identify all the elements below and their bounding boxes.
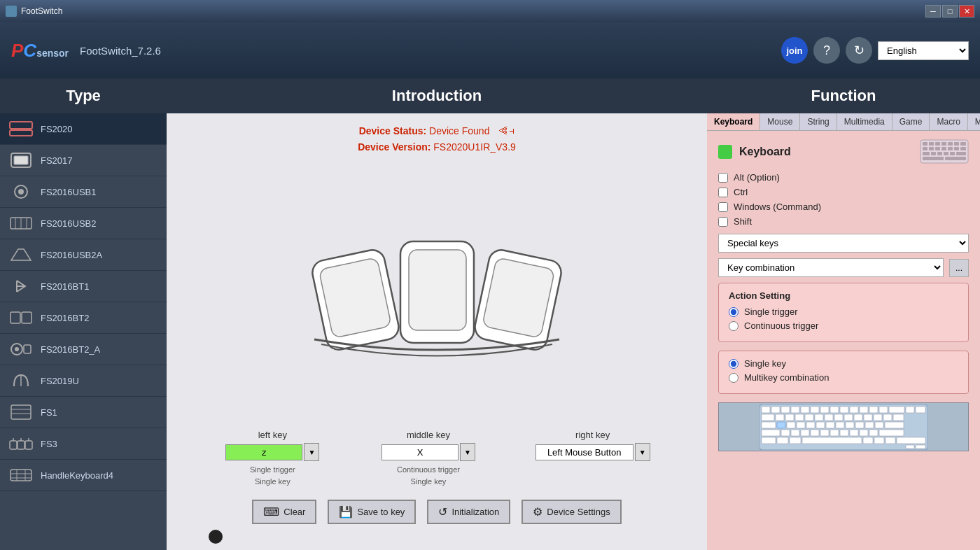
sidebar-label-fs2016usb2a: FS2016USB2A: [41, 250, 102, 260]
sidebar-item-fs2016bt2[interactable]: FS2016BT2: [0, 302, 167, 334]
svg-rect-84: [844, 414, 853, 421]
refresh-button[interactable]: ↻: [846, 37, 872, 64]
left-key-trigger-info: Single triggerSingle key: [250, 464, 295, 487]
init-icon: ↺: [438, 505, 447, 519]
sidebar-label-fs2017: FS2017: [41, 155, 73, 166]
svg-rect-51: [923, 152, 930, 155]
alt-checkbox[interactable]: [718, 173, 728, 183]
svg-rect-97: [836, 422, 844, 428]
svg-rect-50: [960, 147, 966, 150]
tab-mouse[interactable]: Mouse: [760, 113, 800, 130]
keyboard-preview-image: [718, 402, 969, 451]
svg-rect-71: [869, 407, 878, 413]
sidebar-item-fs2016bt2_a[interactable]: FS2016BT2_A: [0, 334, 167, 365]
right-key-label: right key: [575, 430, 610, 440]
middle-key-dropdown[interactable]: ▼: [460, 443, 475, 461]
ctrl-checkbox[interactable]: [718, 188, 728, 197]
tab-game[interactable]: Game: [892, 113, 930, 130]
clear-button[interactable]: ⌨ Clear: [252, 500, 316, 524]
logo-area: PCsensor FootSwitch_7.2.6: [11, 40, 161, 62]
svg-rect-62: [781, 407, 790, 413]
action-bar: ⌨ Clear 💾 Save to key ↺ Initialization ⚙…: [167, 493, 707, 530]
svg-rect-42: [954, 142, 959, 146]
sidebar-item-fs2016usb2a[interactable]: FS2016USB2A: [0, 239, 167, 271]
special-keys-select[interactable]: Special keys F1F2F3F4 F5EscapeEnter TabB…: [718, 234, 969, 253]
svg-rect-45: [929, 147, 934, 150]
language-select[interactable]: English Chinese German French Spanish: [878, 41, 969, 60]
sidebar-label-fs2016bt2: FS2016BT2: [41, 313, 89, 323]
tab-keyboard[interactable]: Keyboard: [707, 113, 760, 130]
sidebar-item-fs2017[interactable]: FS2017: [0, 145, 167, 176]
single-trigger-radio[interactable]: [729, 307, 738, 317]
sidebar-item-handlekeyboard4[interactable]: HandleKeyboard4: [0, 460, 167, 491]
svg-rect-43: [960, 142, 966, 146]
sidebar-item-fs2020[interactable]: FS2020: [0, 113, 167, 145]
right-key-input[interactable]: [536, 444, 634, 460]
clear-icon: ⌨: [263, 505, 279, 519]
svg-rect-20: [18, 441, 24, 449]
device-settings-label: Device Settings: [547, 507, 610, 517]
multikey-radio[interactable]: [729, 373, 738, 383]
tab-midi[interactable]: MIDI: [968, 113, 980, 130]
continuous-trigger-radio[interactable]: [729, 321, 738, 331]
header-icons: join ? ↻ English Chinese German French S…: [781, 37, 969, 64]
save-to-key-button[interactable]: 💾 Save to key: [328, 500, 416, 524]
shift-checkbox[interactable]: [718, 217, 728, 227]
svg-rect-118: [802, 437, 862, 444]
left-key-dropdown[interactable]: ▼: [304, 443, 319, 461]
help-button[interactable]: ?: [813, 37, 840, 64]
key-combination-select[interactable]: Key combination Single key Multikey comb…: [718, 258, 944, 277]
right-key-dropdown[interactable]: ▼: [635, 443, 650, 461]
left-key-input[interactable]: [225, 444, 302, 460]
single-key-radio[interactable]: [729, 359, 738, 369]
sidebar-item-fs2019u[interactable]: FS2019U: [0, 365, 167, 397]
svg-rect-83: [834, 414, 843, 421]
modifier-windows-row: Windows (Command): [718, 202, 969, 212]
svg-rect-114: [879, 430, 904, 436]
sidebar-item-fs1[interactable]: FS1: [0, 397, 167, 428]
svg-rect-21: [25, 441, 32, 449]
tab-multimedia[interactable]: Multimedia: [837, 113, 892, 130]
join-button[interactable]: join: [781, 37, 808, 64]
single-trigger-label: Single trigger: [744, 306, 798, 317]
save-label: Save to key: [357, 507, 405, 517]
svg-rect-76: [762, 414, 774, 421]
windows-checkbox[interactable]: [718, 202, 728, 212]
alt-label: Alt (Option): [734, 172, 780, 183]
svg-rect-40: [941, 142, 946, 146]
close-button[interactable]: ✕: [959, 5, 974, 17]
key-combination-row: Key combination Single key Multikey comb…: [718, 258, 969, 277]
save-icon: 💾: [339, 505, 353, 519]
tab-macro[interactable]: Macro: [930, 113, 967, 130]
svg-rect-121: [886, 437, 895, 444]
svg-rect-93: [797, 422, 805, 428]
device-version-label: Device Version:: [358, 141, 433, 153]
middle-key-input[interactable]: [382, 444, 458, 460]
sidebar-item-fs2016usb2[interactable]: FS2016USB2: [0, 208, 167, 239]
sidebar-item-fs3[interactable]: FS3: [0, 428, 167, 460]
continuous-trigger-label: Continuous trigger: [744, 320, 818, 331]
key-combo-more-button[interactable]: ...: [949, 259, 969, 277]
minimize-button[interactable]: ─: [925, 5, 941, 17]
tab-string[interactable]: String: [800, 113, 836, 130]
left-key-input-row: ▼: [225, 443, 319, 461]
sidebar-icon-fs2019u: [8, 371, 34, 390]
device-settings-button[interactable]: ⚙ Device Settings: [522, 500, 621, 524]
sidebar-item-fs2016usb1[interactable]: FS2016USB1: [0, 176, 167, 208]
svg-rect-54: [944, 152, 948, 155]
keyboard-panel: Keyboard: [707, 131, 980, 550]
pedal-area: [167, 158, 707, 430]
svg-rect-88: [883, 414, 892, 421]
modifier-alt-row: Alt (Option): [718, 172, 969, 183]
maximize-button[interactable]: □: [942, 5, 958, 17]
sidebar-label-fs2016usb2: FS2016USB2: [41, 218, 97, 229]
svg-rect-19: [10, 441, 17, 449]
svg-rect-37: [923, 142, 927, 146]
initialization-button[interactable]: ↺ Initialization: [427, 500, 510, 524]
sidebar-item-fs2016bt1[interactable]: FS2016BT1: [0, 271, 167, 302]
middle-key-column: middle key ▼ Continuous triggerSingle ke…: [379, 430, 477, 487]
svg-rect-44: [923, 147, 927, 150]
svg-rect-25: [10, 470, 31, 481]
svg-rect-109: [830, 430, 839, 436]
svg-rect-100: [865, 422, 874, 428]
